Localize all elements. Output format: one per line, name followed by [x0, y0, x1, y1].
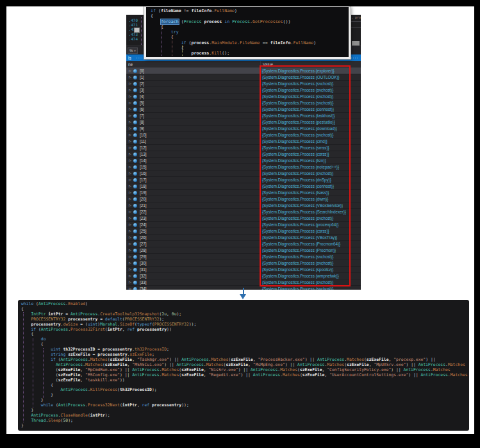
row-value: {System.Diagnostics.Process (svchost)}	[262, 101, 333, 105]
row-expander-icon[interactable]: ▷	[129, 114, 133, 117]
row-expander-icon[interactable]: ▷	[129, 261, 133, 265]
locals-row[interactable]: ▷[9]{System.Diagnostics.Process (downloa…	[126, 126, 361, 132]
row-value: {System.Diagnostics.Process (svchost)}	[262, 88, 333, 92]
variable-icon	[133, 172, 137, 176]
locals-row[interactable]: ▷[1]{System.Diagnostics.Process (OUTLOOK…	[126, 74, 361, 81]
peek-window[interactable]: if (fileName != fileInfo.FullName){ fore…	[144, 5, 351, 59]
zoom-dropdown[interactable]: % ▾	[128, 47, 138, 54]
row-expander-icon[interactable]: ▷	[129, 210, 133, 213]
row-expander-icon[interactable]: ▷	[129, 242, 133, 245]
locals-row[interactable]: ▷[30]{System.Diagnostics.Process (svchos…	[126, 260, 361, 267]
locals-row[interactable]: ▷[17]{System.Diagnostics.Process (dnSpy)…	[126, 177, 361, 183]
row-expander-icon[interactable]: ▷	[129, 69, 133, 72]
code-snippet-panel[interactable]: while (AntiProcess.Enabled){ IntPtr intP…	[18, 300, 469, 431]
row-expander-icon[interactable]: ▷	[129, 255, 133, 258]
locals-row[interactable]: ▷[12]{System.Diagnostics.Process (smss)}	[126, 145, 361, 151]
locals-row[interactable]: ▷[33]{System.Diagnostics.Process (svchos…	[126, 279, 361, 286]
locals-row[interactable]: ▷[4]{System.Diagnostics.Process (svchost…	[126, 94, 361, 100]
row-name: [25]	[140, 229, 147, 233]
locals-row[interactable]: ▷[3]{System.Diagnostics.Process (svchost…	[126, 87, 361, 94]
row-expander-icon[interactable]: ▷	[129, 101, 133, 104]
row-value: {System.Diagnostics.Process (taskhost)}	[262, 113, 335, 118]
column-header-name[interactable]: ne	[128, 62, 133, 67]
locals-row[interactable]: ▷[2]{System.Diagnostics.Process (svchost…	[126, 81, 361, 87]
row-expander-icon[interactable]: ▷	[129, 120, 133, 124]
row-value: {System.Diagnostics.Process (svchost)}	[262, 94, 333, 99]
locals-row[interactable]: ▷[28]{System.Diagnostics.Process (Procmo…	[126, 247, 361, 254]
locals-row[interactable]: ▷[22]{System.Diagnostics.Process (Search…	[126, 209, 361, 215]
row-value: {System.Diagnostics.Process (lsm)}	[262, 158, 326, 163]
locals-row[interactable]: ▷[0]{System.Diagnostics.Process (explore…	[126, 68, 361, 74]
row-value: {System.Diagnostics.Process (conhost)}	[262, 184, 334, 188]
locals-title: ls	[128, 56, 131, 60]
row-expander-icon[interactable]: ▷	[129, 249, 133, 252]
row-expander-icon[interactable]: ▷	[129, 287, 133, 290]
row-expander-icon[interactable]: ▷	[129, 140, 133, 143]
row-expander-icon[interactable]: ▷	[129, 165, 133, 169]
variable-icon	[133, 153, 137, 156]
row-expander-icon[interactable]: ▷	[129, 159, 133, 162]
row-expander-icon[interactable]: ▷	[129, 191, 133, 194]
row-expander-icon[interactable]: ▷	[129, 268, 133, 271]
locals-row[interactable]: ▷[29]{System.Diagnostics.Process (svchos…	[126, 254, 361, 260]
locals-row[interactable]: ▷[19]{System.Diagnostics.Process (lsass)…	[126, 190, 361, 196]
code-line: if (fileName != fileInfo.FullName)	[151, 8, 316, 13]
row-value: {System.Diagnostics.Process (svchost)}	[262, 171, 333, 176]
locals-row[interactable]: ▷[11]{System.Diagnostics.Process (cmd)}	[126, 138, 361, 145]
row-expander-icon[interactable]: ▷	[129, 281, 133, 284]
locals-row[interactable]: ▷[27]{System.Diagnostics.Process (Procmo…	[126, 241, 361, 247]
row-expander-icon[interactable]: ▷	[129, 172, 133, 175]
row-expander-icon[interactable]: ▷	[129, 88, 133, 92]
row-expander-icon[interactable]: ▷	[129, 133, 133, 137]
row-expander-icon[interactable]: ▷	[129, 223, 133, 226]
locals-row[interactable]: ▷[23]{System.Diagnostics.Process (svchos…	[126, 215, 361, 222]
row-expander-icon[interactable]: ▷	[129, 185, 133, 188]
row-expander-icon[interactable]: ▷	[129, 127, 133, 130]
locals-row[interactable]: ▷[10]{System.Diagnostics.Process (svchos…	[126, 132, 361, 138]
indent-guide	[33, 338, 33, 408]
row-name: [3]	[140, 88, 144, 92]
locals-row[interactable]: ▷[5]{System.Diagnostics.Process (svchost…	[126, 100, 361, 106]
code-line: if (AntiProcess.Process32First(intPtr, r…	[21, 328, 468, 333]
locals-row[interactable]: ▷[13]{System.Diagnostics.Process (csrss)…	[126, 151, 361, 158]
column-header-value[interactable]: Value	[263, 62, 273, 67]
row-expander-icon[interactable]: ▷	[129, 95, 133, 98]
variable-icon	[133, 197, 137, 201]
row-expander-icon[interactable]: ▷	[129, 274, 133, 278]
locals-row[interactable]: ▷[15]{System.Diagnostics.Process (notepa…	[126, 164, 361, 170]
locals-row[interactable]: ▷[25]{System.Diagnostics.Process (csrss)…	[126, 228, 361, 235]
locals-row[interactable]: ▷[6]{System.Diagnostics.Process (conhost…	[126, 106, 361, 113]
variable-icon	[133, 140, 137, 144]
row-expander-icon[interactable]: ▷	[129, 108, 133, 111]
row-expander-icon[interactable]: ▷	[129, 197, 133, 201]
row-expander-icon[interactable]: ▷	[129, 236, 133, 239]
row-expander-icon[interactable]: ▷	[129, 153, 133, 156]
row-expander-icon[interactable]: ▷	[129, 204, 133, 207]
row-expander-icon[interactable]: ▷	[129, 229, 133, 233]
locals-rows: ▷[0]{System.Diagnostics.Process (explore…	[126, 68, 361, 290]
locals-row[interactable]: ▷[14]{System.Diagnostics.Process (lsm)}	[126, 158, 361, 164]
indent-guide	[43, 348, 44, 398]
locals-row[interactable]: ▷[24]{System.Diagnostics.Process (procex…	[126, 222, 361, 228]
code-fold-box[interactable]	[134, 28, 140, 33]
row-expander-icon[interactable]: ▷	[129, 217, 133, 220]
row-expander-icon[interactable]: ▷	[129, 82, 133, 85]
locals-row[interactable]: ▷[8]{System.Diagnostics.Process (pestudi…	[126, 119, 361, 126]
column-divider[interactable]	[260, 61, 261, 67]
locals-row[interactable]: ▷[16]{System.Diagnostics.Process (svchos…	[126, 170, 361, 177]
locals-row[interactable]: ▷[21]{System.Diagnostics.Process (VBoxSe…	[126, 203, 361, 209]
row-expander-icon[interactable]: ▷	[129, 76, 133, 79]
locals-row[interactable]: ▷[18]{System.Diagnostics.Process (conhos…	[126, 183, 361, 190]
row-expander-icon[interactable]: ▷	[129, 146, 133, 149]
locals-row[interactable]: ▷[20]{System.Diagnostics.Process (dwm)}	[126, 196, 361, 203]
locals-row[interactable]: ▷[7]{System.Diagnostics.Process (taskhos…	[126, 113, 361, 119]
locals-row[interactable]: ▷[31]{System.Diagnostics.Process (spools…	[126, 267, 361, 273]
row-value: {System.Diagnostics.Process (csrss)}	[262, 152, 329, 156]
locals-row[interactable]: ▷[32]{System.Diagnostics.Process (wmpnet…	[126, 273, 361, 279]
code-line: {	[151, 46, 316, 51]
code-line: while (AntiProcess.Process32Next(intPtr,…	[21, 403, 468, 408]
code-line: foreach (Process process in Process.GetP…	[151, 19, 316, 24]
locals-row[interactable]: ▷[26]{System.Diagnostics.Process (VBoxTr…	[126, 235, 361, 241]
row-name: [22]	[140, 210, 147, 214]
row-expander-icon[interactable]: ▷	[129, 178, 133, 181]
